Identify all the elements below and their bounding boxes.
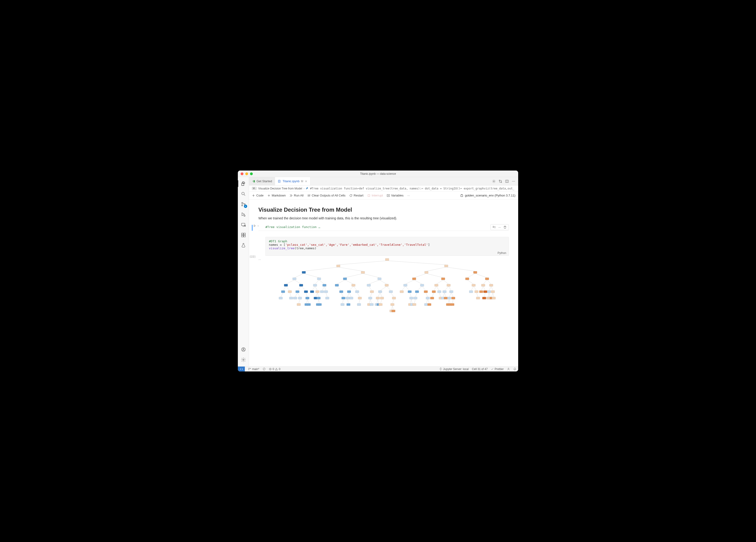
problems-status[interactable]: 0 0	[269, 367, 280, 371]
svg-rect-237	[476, 297, 480, 299]
notifications-icon[interactable]	[513, 367, 516, 371]
svg-point-251	[249, 370, 249, 370]
svg-line-63	[348, 299, 349, 303]
svg-rect-172	[341, 303, 344, 306]
svg-point-13	[243, 359, 244, 360]
svg-line-35	[295, 293, 297, 297]
svg-line-58	[341, 293, 343, 297]
configure-icon[interactable]	[492, 179, 496, 183]
svg-rect-156	[313, 284, 317, 286]
svg-line-29	[283, 286, 286, 291]
svg-line-55	[345, 274, 363, 278]
svg-line-45	[315, 286, 317, 291]
svg-rect-249	[492, 297, 496, 299]
svg-rect-184	[368, 297, 372, 299]
svg-rect-234	[472, 284, 475, 286]
sync-status[interactable]	[263, 367, 266, 371]
restart-kernel-button[interactable]: Restart	[349, 194, 364, 197]
svg-point-252	[250, 368, 251, 369]
svg-line-64	[349, 293, 351, 297]
prettier-status[interactable]: Prettier	[491, 367, 504, 371]
svg-rect-137	[385, 258, 389, 261]
svg-rect-220	[437, 291, 441, 293]
extensions-icon[interactable]	[238, 230, 249, 240]
cell-language-label[interactable]: Python	[498, 251, 506, 255]
notebook-toolbar: Code Markdown Run All Clear Outputs of A…	[249, 192, 518, 200]
diff-icon[interactable]	[499, 179, 502, 183]
svg-rect-146	[299, 284, 303, 286]
svg-line-97	[415, 293, 417, 297]
minimize-window-button[interactable]	[245, 172, 248, 175]
code-editor[interactable]: #DT1 Graph names = ['pclass_cat','sex_ca…	[265, 237, 509, 256]
svg-rect-8	[241, 235, 243, 237]
label: Code	[256, 194, 264, 197]
chevron-right-icon: ›	[303, 187, 304, 190]
source-control-icon[interactable]: 4	[238, 200, 249, 209]
breadcrumb[interactable]: M↓ Visualize Decision Tree from Model › …	[249, 185, 518, 192]
add-code-cell-button[interactable]: Code	[252, 194, 264, 197]
svg-rect-217	[435, 284, 438, 286]
svg-rect-196	[391, 303, 394, 306]
close-window-button[interactable]	[241, 172, 243, 175]
svg-line-124	[477, 293, 478, 297]
branch-name: main*	[252, 367, 259, 371]
svg-rect-216	[441, 278, 445, 280]
explorer-icon[interactable]	[238, 179, 249, 188]
chevron-down-icon[interactable]	[257, 225, 259, 227]
git-branch-status[interactable]: main*	[248, 367, 259, 371]
notebook-file-icon	[278, 180, 281, 183]
svg-line-73	[370, 299, 372, 303]
notebook-scroll[interactable]: Visualize Decision Tree from Model When …	[249, 200, 518, 366]
toolbar-more-icon[interactable]: ···	[407, 194, 410, 197]
svg-rect-236	[475, 291, 478, 293]
label: Run All	[294, 194, 303, 197]
tab-titanic-notebook[interactable]: Titanic.ipynb M	[275, 177, 310, 185]
svg-rect-140	[292, 278, 296, 280]
output-options-icon[interactable]: ···	[258, 258, 261, 261]
svg-rect-212	[424, 291, 428, 293]
remote-explorer-icon[interactable]	[238, 220, 249, 229]
svg-rect-145	[289, 297, 293, 299]
run-debug-icon[interactable]	[238, 210, 249, 219]
variables-button[interactable]: Variables	[387, 194, 403, 197]
collapsed-code-cell[interactable]: #Tree visualization function …	[258, 224, 509, 231]
code-cell[interactable]: [22] #DT1 Graph names = ['pclass_cat','s…	[258, 237, 509, 344]
svg-line-59	[342, 299, 343, 303]
tab-get-started[interactable]: Get Started	[249, 177, 275, 185]
remote-indicator[interactable]	[238, 367, 245, 372]
feedback-icon[interactable]	[507, 367, 510, 371]
svg-line-70	[369, 286, 372, 291]
interrupt-kernel-button[interactable]: Interrupt	[367, 194, 383, 197]
svg-line-111	[443, 293, 445, 297]
clear-outputs-button[interactable]: Clear Outputs of All Cells	[307, 194, 346, 197]
search-icon[interactable]	[238, 189, 249, 199]
more-actions-icon[interactable]	[512, 179, 515, 183]
svg-line-86	[387, 261, 446, 265]
svg-line-74	[379, 280, 387, 284]
maximize-window-button[interactable]	[250, 172, 253, 175]
run-cell-button[interactable]	[253, 224, 259, 227]
close-icon[interactable]	[305, 180, 307, 183]
svg-line-62	[348, 293, 349, 297]
svg-rect-22	[368, 194, 370, 196]
svg-line-126	[483, 280, 487, 284]
cell-position-status[interactable]: Cell 31 of 47	[472, 367, 488, 371]
svg-line-56	[337, 280, 345, 284]
accounts-icon[interactable]	[238, 345, 249, 354]
run-all-button[interactable]: Run All	[289, 194, 303, 197]
svg-rect-202	[403, 284, 407, 286]
svg-line-78	[378, 299, 378, 303]
kernel-selector[interactable]: golden_scenario_env (Python 3.7.11)	[460, 194, 515, 197]
add-markdown-cell-button[interactable]: Markdown	[267, 194, 286, 197]
jupyter-server-status[interactable]: Jupyter Server: local	[439, 367, 469, 371]
svg-line-71	[370, 293, 372, 297]
svg-line-117	[451, 293, 453, 297]
svg-rect-201	[412, 278, 416, 280]
svg-rect-200	[424, 271, 428, 274]
svg-rect-238	[485, 278, 489, 280]
split-editor-icon[interactable]	[505, 179, 509, 183]
svg-rect-147	[296, 291, 299, 293]
svg-line-52	[325, 286, 326, 291]
testing-icon[interactable]	[238, 241, 249, 250]
settings-gear-icon[interactable]	[238, 355, 249, 364]
